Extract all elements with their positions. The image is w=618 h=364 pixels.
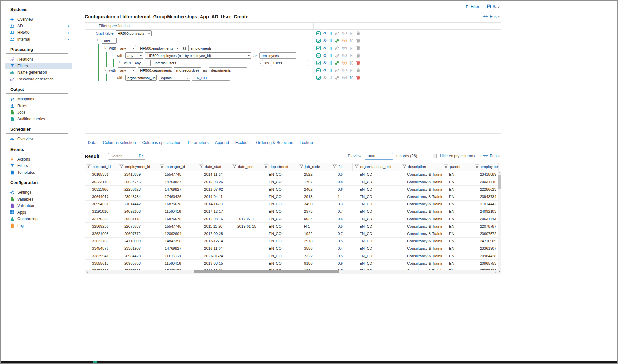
- row-enabled-checkbox-icon[interactable]: [316, 76, 321, 80]
- sidebar-item-overview[interactable]: Overview: [5, 16, 72, 23]
- delete-row-icon[interactable]: [356, 31, 360, 35]
- row-enabled-checkbox-icon[interactable]: [316, 68, 321, 72]
- vertical-scroll-thumb[interactable]: [498, 175, 501, 189]
- filter-select[interactable]: internal.users: [153, 60, 263, 66]
- scroll-left-arrow[interactable]: ◄: [85, 270, 89, 274]
- column-filter-icon[interactable]: [232, 164, 236, 169]
- column-filter-icon[interactable]: [299, 164, 303, 169]
- sidebar-item-filters[interactable]: Filters: [5, 63, 72, 70]
- function-icon[interactable]: f(x): [342, 46, 347, 50]
- table-row[interactable]: 3382994120984428111938682021-01-24EN_CO7…: [85, 252, 498, 259]
- column-filter-icon[interactable]: [199, 164, 203, 169]
- and-operator-icon[interactable]: &: [323, 61, 327, 65]
- sidebar-item-variables[interactable]: Variables: [5, 196, 72, 203]
- vertical-scrollbar[interactable]: ▲ ▼: [498, 171, 501, 274]
- row-enabled-checkbox-icon[interactable]: [316, 46, 321, 50]
- row-enabled-checkbox-icon[interactable]: [316, 31, 321, 35]
- filter-select[interactable]: HR500.departments: [138, 67, 172, 73]
- and-operator-icon[interactable]: &: [323, 46, 327, 50]
- sidebar-item-apps[interactable]: Apps: [5, 209, 72, 216]
- column-header-employment-id[interactable]: employment_id: [117, 163, 158, 171]
- scroll-right-arrow[interactable]: ►: [494, 270, 498, 274]
- sidebar-item-onboarding[interactable]: Onboarding: [5, 216, 72, 222]
- or-operator-icon[interactable]: ||: [330, 39, 332, 42]
- search-box[interactable]: [108, 153, 145, 160]
- column-header-fte[interactable]: fte: [331, 163, 352, 171]
- delete-row-icon[interactable]: [356, 68, 360, 72]
- sidebar-item-mappings[interactable]: Mappings: [5, 96, 72, 103]
- clear-expression-icon[interactable]: [x]: [350, 54, 353, 57]
- delete-row-icon[interactable]: [356, 76, 360, 80]
- tab-columns-selection[interactable]: Columns selection: [99, 140, 139, 147]
- tab-columns-specification[interactable]: Columns specification: [139, 140, 185, 147]
- filter-select[interactable]: HR500.employments: [138, 45, 180, 51]
- function-icon[interactable]: f(x): [342, 54, 347, 57]
- column-header-job-code[interactable]: job_code: [297, 163, 331, 171]
- column-filter-icon[interactable]: [444, 164, 448, 169]
- table-row[interactable]: 3016533123418889155477482014-11-24EN_CO2…: [85, 171, 498, 178]
- filter-alias-input[interactable]: [209, 67, 247, 73]
- function-icon[interactable]: f(x): [342, 32, 347, 35]
- sidebar-item-validation[interactable]: Validation: [5, 202, 72, 209]
- column-header-contract-id[interactable]: contract_id: [85, 163, 117, 171]
- drag-handle-icon[interactable]: ⋮⋮: [85, 47, 96, 50]
- and-operator-icon[interactable]: &: [323, 39, 327, 43]
- sidebar-item-filters[interactable]: Filters: [5, 163, 72, 169]
- column-header-department[interactable]: department: [262, 163, 297, 171]
- filter-button[interactable]: Filter: [465, 4, 479, 9]
- row-enabled-checkbox-icon[interactable]: [316, 61, 321, 65]
- drag-handle-icon[interactable]: ⋮⋮: [85, 76, 96, 79]
- filter-select[interactable]: any: [118, 67, 136, 73]
- drag-handle-icon[interactable]: ⋮⋮: [85, 54, 96, 57]
- table-row[interactable]: 3385561820965753115604162013-03-15EN_CO9…: [85, 259, 498, 267]
- column-header-manager-id[interactable]: manager_id: [158, 163, 197, 171]
- preview-count-input[interactable]: [365, 153, 393, 160]
- sidebar-item-jobs[interactable]: Jobs: [5, 109, 72, 116]
- link-icon[interactable]: [335, 61, 339, 65]
- table-row[interactable]: 3256925622078787155477482011-11-202019-0…: [85, 222, 498, 230]
- filter-select[interactable]: any: [125, 52, 143, 59]
- clear-expression-icon[interactable]: [x]: [350, 46, 353, 50]
- filter-alias-input[interactable]: [259, 52, 296, 59]
- filter-select[interactable]: HR500.employees (n-1 by employee_id): [145, 52, 251, 59]
- clear-expression-icon[interactable]: [x]: [350, 76, 353, 79]
- table-row[interactable]: 3064401723943734174604262019-04-11EN_CO2…: [85, 193, 498, 200]
- filter-select[interactable]: and: [102, 38, 117, 44]
- table-row[interactable]: 3262276324710909148473562013-12-14EN_CO2…: [85, 237, 498, 245]
- hide-empty-columns-checkbox[interactable]: [433, 154, 437, 158]
- sidebar-item-password-generation[interactable]: Password generation: [5, 76, 72, 83]
- tab-ordering-selection[interactable]: Ordering & Selection: [253, 140, 296, 147]
- column-header-date-end[interactable]: date_end: [230, 163, 262, 171]
- drag-handle-icon[interactable]: ⋮⋮: [85, 32, 96, 35]
- resize-result-link[interactable]: Resize: [483, 154, 501, 158]
- horizontal-scroll-thumb[interactable]: [194, 270, 339, 273]
- filter-select[interactable]: any: [133, 60, 151, 66]
- and-operator-icon[interactable]: &: [323, 53, 327, 58]
- sidebar-item-actions[interactable]: Actions: [5, 156, 72, 163]
- sidebar-item-settings[interactable]: Settings: [5, 189, 72, 196]
- column-header-date-start[interactable]: date_start: [197, 163, 230, 171]
- row-enabled-checkbox-icon[interactable]: [316, 53, 321, 58]
- drag-handle-icon[interactable]: ⋮⋮: [85, 69, 96, 72]
- sidebar-item-auditing-queries[interactable]: Auditing queries: [5, 116, 72, 123]
- and-operator-icon[interactable]: &: [323, 76, 327, 80]
- table-row[interactable]: 3262100520607572120926042017-09-28EN_CO1…: [85, 230, 498, 237]
- table-row[interactable]: 3099465121014442168756782014-11-10EN_CO3…: [85, 200, 498, 208]
- link-icon[interactable]: [335, 68, 339, 73]
- sidebar-item-name-generation[interactable]: abName generation: [5, 69, 72, 76]
- tab-append[interactable]: Append: [212, 140, 232, 147]
- save-button[interactable]: Save: [487, 4, 501, 9]
- column-filter-icon[interactable]: [475, 164, 479, 169]
- link-icon[interactable]: [335, 46, 339, 51]
- drag-handle-icon[interactable]: ⋮⋮: [85, 39, 96, 42]
- sidebar-item-templates[interactable]: Templates: [5, 169, 72, 176]
- clear-expression-icon[interactable]: [x]: [350, 32, 353, 35]
- column-filter-icon[interactable]: [333, 164, 337, 169]
- sidebar-item-ad[interactable]: AD›: [5, 23, 72, 30]
- table-row[interactable]: 3345487623361907147698272016-11-04EN_CO3…: [85, 245, 498, 252]
- scroll-up-arrow[interactable]: ▲: [498, 171, 501, 174]
- resize-filter-link[interactable]: Resize: [483, 14, 501, 19]
- or-operator-icon[interactable]: ||: [330, 46, 332, 50]
- horizontal-scrollbar[interactable]: ◄ ►: [85, 270, 498, 274]
- column-header-organizational-unit[interactable]: organizational_unit: [352, 163, 400, 171]
